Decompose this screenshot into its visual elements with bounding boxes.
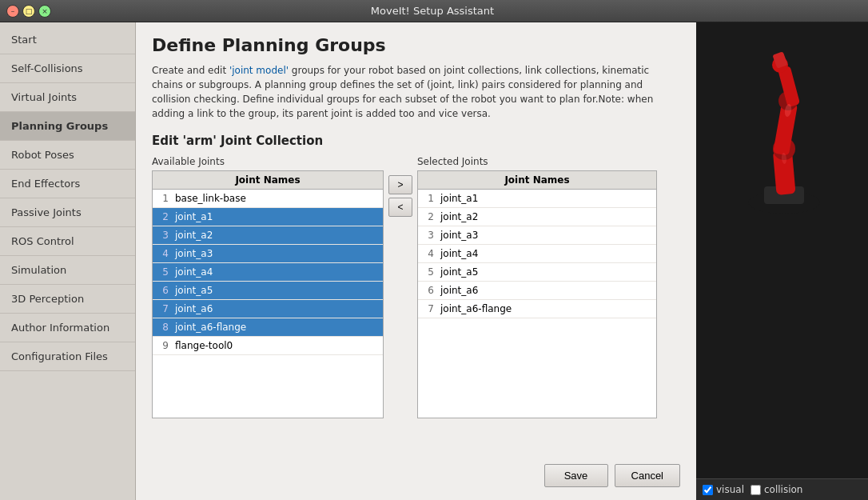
available-joints-scroll[interactable]: 1 base_link-base 2 joint_a1 3 joint_a2 bbox=[153, 190, 383, 418]
available-joint-row-6[interactable]: 6 joint_a5 bbox=[153, 282, 383, 300]
collision-checkbox[interactable] bbox=[751, 485, 761, 495]
sidebar-item-start[interactable]: Start bbox=[0, 26, 135, 54]
selected-joints-table: Joint Names 1 joint_a1 2 joint_a2 3 join bbox=[417, 170, 657, 418]
section-title: Edit 'arm' Joint Collection bbox=[152, 134, 680, 148]
transfer-buttons: > < bbox=[384, 175, 417, 217]
selected-joints-scroll[interactable]: 1 joint_a1 2 joint_a2 3 joint_a3 4 bbox=[418, 190, 656, 418]
transfer-right-button[interactable]: > bbox=[388, 175, 412, 194]
visual-checkbox-group: visual bbox=[703, 484, 744, 495]
selected-joint-name-2: joint_a2 bbox=[437, 208, 656, 226]
available-joint-row-5[interactable]: 5 joint_a4 bbox=[153, 263, 383, 282]
selected-joint-num-1: 1 bbox=[418, 190, 437, 207]
joint-name-4: joint_a3 bbox=[172, 245, 383, 262]
available-joint-row-9[interactable]: 9 flange-tool0 bbox=[153, 337, 383, 355]
sidebar-item-config-files[interactable]: Configuration Files bbox=[0, 342, 135, 371]
window-controls[interactable]: – □ × bbox=[6, 5, 51, 18]
visual-label: visual bbox=[716, 484, 744, 495]
joint-num-4: 4 bbox=[153, 245, 172, 262]
sidebar-item-self-collisions[interactable]: Self-Collisions bbox=[0, 54, 135, 83]
sidebar-item-3d-perception[interactable]: 3D Perception bbox=[0, 285, 135, 314]
joint-num-9: 9 bbox=[153, 337, 172, 354]
available-joint-row-8[interactable]: 8 joint_a6-flange bbox=[153, 318, 383, 337]
joint-name-5: joint_a4 bbox=[172, 263, 383, 281]
available-joints-table: Joint Names 1 base_link-base 2 joint_a1 … bbox=[152, 170, 384, 418]
selected-joint-num-5: 5 bbox=[418, 263, 437, 281]
selected-joint-name-1: joint_a1 bbox=[437, 190, 656, 207]
viewport: visual collision bbox=[696, 22, 868, 500]
joint-name-2: joint_a1 bbox=[172, 208, 383, 226]
sidebar-item-author-info[interactable]: Author Information bbox=[0, 314, 135, 342]
joint-name-8: joint_a6-flange bbox=[172, 318, 383, 336]
close-button[interactable]: – bbox=[6, 5, 19, 18]
joint-num-8: 8 bbox=[153, 318, 172, 336]
available-joints-header: Joint Names bbox=[153, 171, 383, 190]
selected-joint-name-6: joint_a6 bbox=[437, 282, 656, 299]
sidebar-item-ros-control[interactable]: ROS Control bbox=[0, 227, 135, 256]
selected-joint-num-3: 3 bbox=[418, 226, 437, 244]
selected-joint-row-5[interactable]: 5 joint_a5 bbox=[418, 263, 656, 282]
content-area: Define Planning Groups Create and edit '… bbox=[136, 22, 696, 500]
description: Create and edit 'joint model' groups for… bbox=[152, 63, 679, 121]
available-joint-row-7[interactable]: 7 joint_a6 bbox=[153, 300, 383, 318]
joint-num-1: 1 bbox=[153, 190, 172, 207]
selected-joint-row-4[interactable]: 4 joint_a4 bbox=[418, 245, 656, 263]
joint-num-6: 6 bbox=[153, 282, 172, 299]
save-button[interactable]: Save bbox=[544, 464, 608, 487]
selected-joint-name-4: joint_a4 bbox=[437, 245, 656, 262]
available-joint-row-4[interactable]: 4 joint_a3 bbox=[153, 245, 383, 263]
selected-joints-label: Selected Joints bbox=[417, 156, 657, 167]
joint-num-7: 7 bbox=[153, 300, 172, 318]
sidebar-item-robot-poses[interactable]: Robot Poses bbox=[0, 141, 135, 170]
available-joint-row-2[interactable]: 2 joint_a1 bbox=[153, 208, 383, 226]
viewport-3d bbox=[696, 22, 868, 478]
selected-joint-row-7[interactable]: 7 joint_a6-flange bbox=[418, 300, 656, 318]
selected-joint-num-6: 6 bbox=[418, 282, 437, 299]
available-joints-label: Available Joints bbox=[152, 156, 384, 167]
selected-joint-row-6[interactable]: 6 joint_a6 bbox=[418, 282, 656, 300]
selected-joint-row-1[interactable]: 1 joint_a1 bbox=[418, 190, 656, 208]
selected-joint-name-7: joint_a6-flange bbox=[437, 300, 656, 318]
selected-joint-num-2: 2 bbox=[418, 208, 437, 226]
selected-joint-num-4: 4 bbox=[418, 245, 437, 262]
highlight-text: 'joint model' bbox=[229, 65, 289, 76]
available-joints-panel: Available Joints Joint Names 1 base_link… bbox=[152, 156, 384, 418]
visual-checkbox[interactable] bbox=[703, 485, 713, 495]
minimize-button[interactable]: □ bbox=[22, 5, 35, 18]
available-joint-row-3[interactable]: 3 joint_a2 bbox=[153, 226, 383, 245]
selected-joints-header: Joint Names bbox=[418, 171, 656, 190]
page-title: Define Planning Groups bbox=[152, 35, 680, 55]
collision-label: collision bbox=[764, 484, 802, 495]
selected-joint-name-5: joint_a5 bbox=[437, 263, 656, 281]
joint-num-5: 5 bbox=[153, 263, 172, 281]
titlebar: – □ × MoveIt! Setup Assistant bbox=[0, 0, 868, 22]
joint-name-3: joint_a2 bbox=[172, 226, 383, 244]
maximize-button[interactable]: × bbox=[38, 5, 51, 18]
robot-svg bbox=[712, 46, 856, 222]
transfer-left-button[interactable]: < bbox=[388, 198, 412, 217]
selected-joint-row-2[interactable]: 2 joint_a2 bbox=[418, 208, 656, 226]
joint-editor: Available Joints Joint Names 1 base_link… bbox=[152, 156, 680, 456]
joint-name-7: joint_a6 bbox=[172, 300, 383, 318]
viewport-controls: visual collision bbox=[696, 478, 868, 500]
sidebar-item-planning-groups[interactable]: Planning Groups bbox=[0, 112, 135, 141]
joint-name-1: base_link-base bbox=[172, 190, 383, 207]
available-joint-row-1[interactable]: 1 base_link-base bbox=[153, 190, 383, 208]
joint-num-3: 3 bbox=[153, 226, 172, 244]
sidebar-item-passive-joints[interactable]: Passive Joints bbox=[0, 198, 135, 227]
selected-joints-panel: Selected Joints Joint Names 1 joint_a1 2… bbox=[417, 156, 657, 418]
sidebar: Start Self-Collisions Virtual Joints Pla… bbox=[0, 22, 136, 500]
joint-name-9: flange-tool0 bbox=[172, 337, 383, 354]
window-title: MoveIt! Setup Assistant bbox=[51, 5, 814, 17]
sidebar-item-end-effectors[interactable]: End Effectors bbox=[0, 170, 135, 198]
bottom-bar: Save Cancel bbox=[152, 456, 680, 487]
selected-joint-row-3[interactable]: 3 joint_a3 bbox=[418, 226, 656, 245]
selected-joint-name-3: joint_a3 bbox=[437, 226, 656, 244]
collision-checkbox-group: collision bbox=[751, 484, 802, 495]
joint-name-6: joint_a5 bbox=[172, 282, 383, 299]
joint-num-2: 2 bbox=[153, 208, 172, 226]
selected-joint-num-7: 7 bbox=[418, 300, 437, 318]
cancel-button[interactable]: Cancel bbox=[615, 464, 680, 487]
sidebar-item-simulation[interactable]: Simulation bbox=[0, 256, 135, 285]
main-container: Start Self-Collisions Virtual Joints Pla… bbox=[0, 22, 868, 500]
sidebar-item-virtual-joints[interactable]: Virtual Joints bbox=[0, 83, 135, 112]
